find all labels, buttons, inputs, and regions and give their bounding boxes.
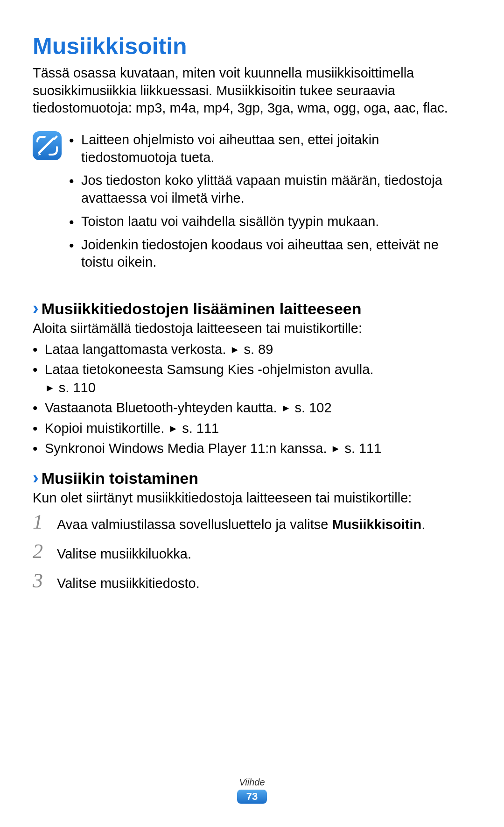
page-reference: s. 102 bbox=[295, 400, 332, 415]
section-intro: Aloita siirtämällä tiedostoja laitteesee… bbox=[33, 319, 471, 338]
note-item: Joidenkin tiedostojen koodaus voi aiheut… bbox=[69, 236, 471, 271]
list-item-text: Lataa tietokoneesta Samsung Kies -ohjelm… bbox=[45, 362, 373, 377]
note-block: Laitteen ohjelmisto voi aiheuttaa sen, e… bbox=[33, 128, 471, 288]
step-item: 3 Valitse musiikkitiedosto. bbox=[33, 571, 471, 593]
list-item: Vastaanota Bluetooth-yhteyden kautta. ► … bbox=[33, 399, 471, 417]
note-item: Toiston laatu voi vaihdella sisällön tyy… bbox=[69, 213, 471, 231]
step-text-post: . bbox=[421, 517, 425, 532]
document-page: Musiikkisoitin Tässä osassa kuvataan, mi… bbox=[0, 0, 504, 827]
list-item: Lataa tietokoneesta Samsung Kies -ohjelm… bbox=[33, 360, 471, 397]
footer-section-label: Viihde bbox=[0, 777, 504, 788]
page-number-badge: 73 bbox=[237, 790, 267, 804]
section-intro: Kun olet siirtänyt musiikkitiedostoja la… bbox=[33, 489, 471, 507]
step-text: Avaa valmiustilassa sovellusluettelo ja … bbox=[57, 512, 471, 534]
page-reference: s. 111 bbox=[182, 421, 219, 436]
step-number: 3 bbox=[33, 571, 53, 591]
reference-arrow-icon: ► bbox=[230, 343, 240, 357]
step-number: 2 bbox=[33, 541, 53, 562]
section-heading-label: Musiikin toistaminen bbox=[42, 469, 198, 488]
note-item: Laitteen ohjelmisto voi aiheuttaa sen, e… bbox=[69, 131, 471, 166]
step-text: Valitse musiikkitiedosto. bbox=[57, 571, 471, 593]
list-item-text: Kopioi muistikortille. bbox=[45, 421, 164, 436]
reference-arrow-icon: ► bbox=[331, 442, 341, 456]
list-item: Lataa langattomasta verkosta. ► s. 89 bbox=[33, 340, 471, 359]
reference-arrow-icon: ► bbox=[281, 401, 291, 415]
steps-list: 1 Avaa valmiustilassa sovellusluettelo j… bbox=[33, 512, 471, 593]
note-item: Jos tiedoston koko ylittää vapaan muisti… bbox=[69, 172, 471, 207]
intro-paragraph: Tässä osassa kuvataan, miten voit kuunne… bbox=[33, 64, 471, 117]
page-footer: Viihde 73 bbox=[0, 777, 504, 804]
add-files-list: Lataa langattomasta verkosta. ► s. 89 La… bbox=[33, 340, 471, 458]
step-item: 1 Avaa valmiustilassa sovellusluettelo j… bbox=[33, 512, 471, 534]
section-heading-add-files: › Musiikkitiedostojen lisääminen laittee… bbox=[33, 298, 471, 318]
step-number: 1 bbox=[33, 512, 53, 532]
step-text: Valitse musiikkiluokka. bbox=[57, 541, 471, 563]
step-item: 2 Valitse musiikkiluokka. bbox=[33, 541, 471, 563]
page-title: Musiikkisoitin bbox=[33, 33, 471, 60]
page-reference: s. 110 bbox=[59, 380, 96, 395]
reference-arrow-icon: ► bbox=[45, 381, 55, 395]
list-item: Kopioi muistikortille. ► s. 111 bbox=[33, 419, 471, 438]
step-text-pre: Valitse musiikkiluokka. bbox=[57, 546, 191, 561]
step-text-pre: Valitse musiikkitiedosto. bbox=[57, 576, 200, 591]
page-reference: s. 89 bbox=[244, 342, 273, 357]
section-heading-play-music: › Musiikin toistaminen bbox=[33, 468, 471, 488]
reference-arrow-icon: ► bbox=[168, 422, 178, 436]
chevron-right-icon: › bbox=[33, 468, 39, 488]
note-list: Laitteen ohjelmisto voi aiheuttaa sen, e… bbox=[69, 128, 471, 277]
list-item-text: Vastaanota Bluetooth-yhteyden kautta. bbox=[45, 400, 277, 415]
list-item-text: Synkronoi Windows Media Player 11:n kans… bbox=[45, 441, 327, 456]
step-text-pre: Avaa valmiustilassa sovellusluettelo ja … bbox=[57, 517, 332, 532]
section-heading-label: Musiikkitiedostojen lisääminen laitteese… bbox=[42, 300, 362, 318]
chevron-right-icon: › bbox=[33, 298, 39, 318]
page-reference: s. 111 bbox=[344, 441, 381, 456]
note-icon bbox=[33, 131, 62, 160]
list-item: Synkronoi Windows Media Player 11:n kans… bbox=[33, 439, 471, 458]
list-item-text: Lataa langattomasta verkosta. bbox=[45, 342, 226, 357]
step-text-bold: Musiikkisoitin bbox=[332, 517, 421, 532]
